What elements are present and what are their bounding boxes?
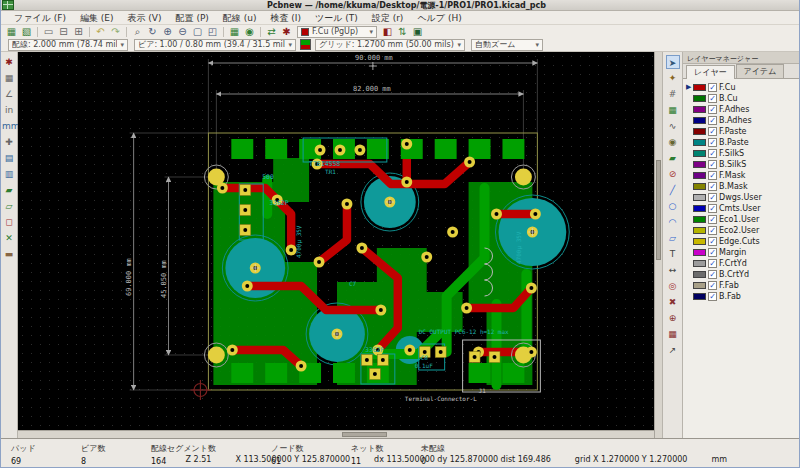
add-keepout-icon[interactable]: ⊘ — [666, 167, 680, 181]
zoom-out-icon[interactable]: ⊖ — [176, 26, 189, 38]
layers-stack-icon[interactable]: ▬ — [2, 247, 16, 261]
layer-color-swatch[interactable] — [693, 271, 706, 278]
vertical-scrollbar[interactable] — [654, 52, 662, 438]
layer-color-swatch[interactable] — [693, 260, 706, 267]
layer-row-F.CrtYd[interactable]: ✓F.CrtYd — [683, 258, 799, 269]
menu-検査[interactable]: 検査 (I) — [263, 11, 308, 25]
add-arc-icon[interactable]: ◠ — [666, 215, 680, 229]
units-mm-icon[interactable]: mm — [2, 119, 16, 133]
ratsnest-icon[interactable]: ▤ — [2, 151, 16, 165]
layer-color-swatch[interactable] — [693, 216, 706, 223]
add-text-icon[interactable]: T — [666, 247, 680, 261]
highlight-net-icon[interactable]: ✦ — [666, 71, 680, 85]
layer-row-B.Paste[interactable]: ✓B.Paste — [683, 137, 799, 148]
layer-row-Margin[interactable]: ✓Margin — [683, 247, 799, 258]
menu-編集[interactable]: 編集 (E) — [73, 11, 121, 25]
layer-selector[interactable]: F.Cu (PgUp) ▾ — [297, 26, 377, 38]
add-dimension-icon[interactable]: ↔ — [666, 263, 680, 277]
track-width-select[interactable]: 配線: 2.000 mm (78.74 mils) * ▾ — [8, 39, 128, 51]
layer-color-swatch[interactable] — [693, 249, 706, 256]
layer-row-B.CrtYd[interactable]: ✓B.CrtYd — [683, 269, 799, 280]
layer-row-F.Mask[interactable]: ✓F.Mask — [683, 170, 799, 181]
new-board-icon[interactable]: ▦ — [5, 26, 18, 38]
zone-outline-icon[interactable]: ▱ — [2, 199, 16, 213]
layer-color-swatch[interactable] — [693, 172, 706, 179]
layer-color-swatch[interactable] — [693, 227, 706, 234]
layer-row-B.SilkS[interactable]: ✓B.SilkS — [683, 159, 799, 170]
footprint-editor-icon[interactable]: ▦ — [228, 26, 241, 38]
layer-color-swatch[interactable] — [693, 117, 706, 124]
layer-color-swatch[interactable] — [693, 128, 706, 135]
route-track-icon[interactable]: ∿ — [666, 119, 680, 133]
layer-color-swatch[interactable] — [693, 139, 706, 146]
measure-icon[interactable]: ↗ — [666, 343, 680, 357]
grid-origin-icon[interactable]: ▦ — [666, 327, 680, 341]
menu-ヘルプ[interactable]: ヘルプ (H) — [410, 11, 468, 25]
zoom-fit-icon[interactable]: ▢ — [191, 26, 204, 38]
layer-color-swatch[interactable] — [693, 106, 706, 113]
layer-row-Cmts.User[interactable]: ✓Cmts.User — [683, 203, 799, 214]
layer-row-B.Fab[interactable]: ✓B.Fab — [683, 291, 799, 302]
vertical-scrollbar-thumb[interactable] — [656, 160, 661, 260]
add-zone-icon[interactable]: ▰ — [666, 151, 680, 165]
grid-select[interactable]: グリッド: 1.2700 mm (50.00 mils) ▾ — [315, 39, 465, 51]
layer-color-swatch[interactable] — [693, 161, 706, 168]
layer-visibility-checkbox[interactable]: ✓ — [708, 226, 717, 235]
layer-visibility-checkbox[interactable]: ✓ — [708, 248, 717, 257]
print-icon[interactable]: ⊟ — [57, 26, 70, 38]
layer-visibility-checkbox[interactable]: ✓ — [708, 160, 717, 169]
add-via-icon[interactable]: ◉ — [666, 135, 680, 149]
redraw-icon[interactable]: ↻ — [146, 26, 159, 38]
drill-origin-icon[interactable]: ⊕ — [666, 311, 680, 325]
layer-visibility-checkbox[interactable]: ✓ — [708, 237, 717, 246]
delete-icon[interactable]: ✖ — [666, 295, 680, 309]
units-inch-icon[interactable]: in — [2, 103, 16, 117]
layer-color-swatch[interactable] — [693, 95, 706, 102]
pads-sketch-icon[interactable]: ◻ — [2, 215, 16, 229]
select-tool[interactable]: ➤ — [666, 55, 680, 69]
layer-row-F.SilkS[interactable]: ✓F.SilkS — [683, 148, 799, 159]
menu-ファイル[interactable]: ファイル (F) — [7, 11, 73, 25]
layer-visibility-checkbox[interactable]: ✓ — [708, 204, 717, 213]
layer-row-Edge.Cuts[interactable]: ✓Edge.Cuts — [683, 236, 799, 247]
layer-row-Eco1.User[interactable]: ✓Eco1.User — [683, 214, 799, 225]
local-ratsnest-icon[interactable]: # — [666, 87, 680, 101]
menu-ツール[interactable]: ツール (T) — [308, 11, 365, 25]
footprint-viewer-icon[interactable]: ◉ — [243, 26, 256, 38]
layer-row-F.Adhes[interactable]: ✓F.Adhes — [683, 104, 799, 115]
update-pcb-icon[interactable]: ⇄ — [265, 26, 278, 38]
layer-row-B.Adhes[interactable]: ✓B.Adhes — [683, 115, 799, 126]
layer-color-swatch[interactable] — [693, 194, 706, 201]
highcontrast-icon[interactable]: ◧ — [381, 26, 394, 38]
layer-visibility-checkbox[interactable]: ✓ — [708, 270, 717, 279]
polar-coords-icon[interactable]: ∠ — [2, 87, 16, 101]
find-icon[interactable]: ⌕ — [131, 26, 144, 38]
zoom-select[interactable]: 自動ズーム ▾ — [471, 39, 543, 51]
layer-row-F.Fab[interactable]: ✓F.Fab — [683, 280, 799, 291]
layer-visibility-checkbox[interactable]: ✓ — [708, 281, 717, 290]
add-polygon-icon[interactable]: ▱ — [666, 231, 680, 245]
cursor-shape-icon[interactable]: ✚ — [2, 135, 16, 149]
layer-visibility-checkbox[interactable]: ✓ — [708, 127, 717, 136]
tab-layers[interactable]: レイヤー — [686, 65, 735, 79]
pcb-canvas[interactable]: 90.000 mm82.000 mm69.000 mm45.050 mmTTB1… — [18, 52, 654, 430]
layer-row-B.Mask[interactable]: ✓B.Mask — [683, 181, 799, 192]
layer-color-swatch[interactable] — [693, 150, 706, 157]
menu-表示[interactable]: 表示 (V) — [120, 11, 168, 25]
horizontal-scrollbar[interactable] — [18, 430, 654, 438]
layer-visibility-checkbox[interactable]: ✓ — [708, 116, 717, 125]
layer-visibility-checkbox[interactable]: ✓ — [708, 94, 717, 103]
menu-配線[interactable]: 配線 (u) — [216, 11, 264, 25]
menu-設定[interactable]: 設定 (r) — [365, 11, 411, 25]
page-settings-icon[interactable]: ▭ — [42, 26, 55, 38]
layer-row-F.Cu[interactable]: ▶✓F.Cu — [683, 82, 799, 93]
zoom-selection-icon[interactable]: ◰ — [206, 26, 219, 38]
layer-visibility-checkbox[interactable]: ✓ — [708, 83, 717, 92]
3d-viewer-icon[interactable]: ▣ — [411, 26, 424, 38]
layer-color-swatch[interactable] — [693, 205, 706, 212]
layer-color-swatch[interactable] — [693, 282, 706, 289]
plot-icon[interactable]: ⊞ — [72, 26, 85, 38]
title-bar[interactable]: Pcbnew — /home/kkuma/Desktop/電源-1/PRO1/P… — [1, 0, 799, 11]
add-footprint-icon[interactable]: ▦ — [666, 103, 680, 117]
add-target-icon[interactable]: ◎ — [666, 279, 680, 293]
